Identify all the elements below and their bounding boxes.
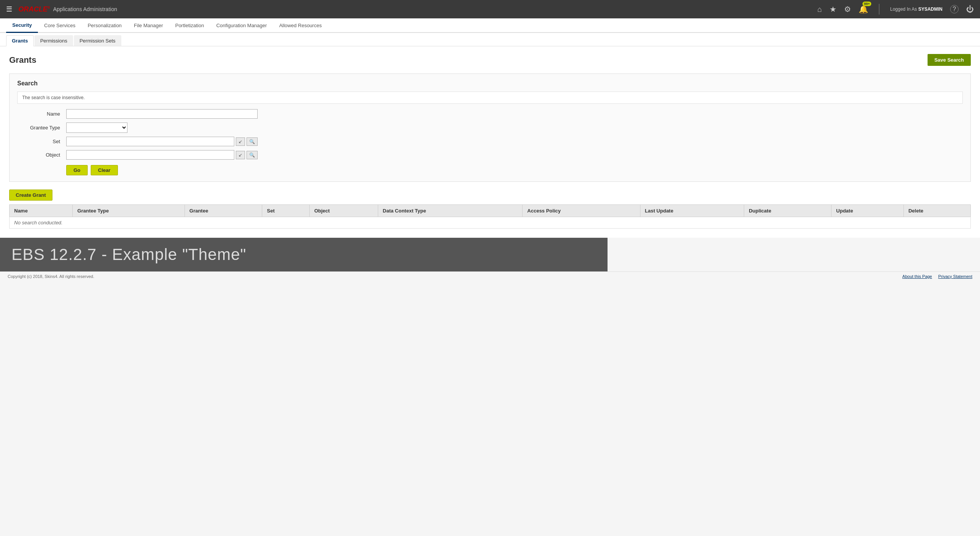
copyright-links: About this Page Privacy Statement xyxy=(902,274,972,279)
tab-allowed-resources[interactable]: Allowed Resources xyxy=(273,19,328,33)
col-access-policy: Access Policy xyxy=(523,205,640,217)
app-title: Applications Administration xyxy=(53,6,117,12)
clear-button[interactable]: Clear xyxy=(91,165,118,175)
col-duplicate: Duplicate xyxy=(744,205,831,217)
settings-icon[interactable]: ⚙ xyxy=(844,5,851,14)
oracle-logo: ORACLE® xyxy=(18,5,50,13)
search-form: Name Grantee Type Global Group User Set … xyxy=(17,109,278,175)
tab-personalization[interactable]: Personalization xyxy=(82,19,128,33)
search-section: Search The search is case insensitive. N… xyxy=(9,74,971,182)
col-last-update: Last Update xyxy=(640,205,744,217)
sub-nav: Grants Permissions Permission Sets xyxy=(0,33,980,46)
col-data-context-type: Data Context Type xyxy=(378,205,523,217)
power-icon[interactable]: ⏻ xyxy=(966,5,974,14)
object-field-container: ↙ 🔍 xyxy=(66,150,258,160)
main-content: Grants Save Search Search The search is … xyxy=(0,46,980,238)
set-input[interactable] xyxy=(66,137,234,146)
page-title: Grants xyxy=(9,55,36,65)
col-set: Set xyxy=(262,205,310,217)
tab-file-manager[interactable]: File Manager xyxy=(128,19,169,33)
search-note: The search is case insensitive. xyxy=(17,92,963,104)
header-divider xyxy=(879,4,879,15)
create-grant-button[interactable]: Create Grant xyxy=(9,190,52,201)
tab-security[interactable]: Security xyxy=(6,18,38,33)
notifications-icon[interactable]: 🔔 99+ xyxy=(859,5,868,14)
object-input[interactable] xyxy=(66,150,234,160)
go-button[interactable]: Go xyxy=(66,165,88,175)
table-header-row: Name Grantee Type Grantee Set Object Dat… xyxy=(10,205,971,217)
set-clear-btn[interactable]: ↙ xyxy=(236,137,245,146)
primary-nav: Security Core Services Personalization F… xyxy=(0,18,980,33)
header-icons: ⌂ ★ ⚙ 🔔 99+ Logged In As SYSADMIN ? ⏻ xyxy=(817,4,974,15)
privacy-statement-link[interactable]: Privacy Statement xyxy=(938,274,972,279)
name-label: Name xyxy=(17,111,63,117)
col-name: Name xyxy=(10,205,73,217)
object-clear-btn[interactable]: ↙ xyxy=(236,151,245,159)
tab-portletization[interactable]: Portletization xyxy=(169,19,210,33)
about-page-link[interactable]: About this Page xyxy=(902,274,932,279)
set-label: Set xyxy=(17,139,63,144)
notification-badge: 99+ xyxy=(862,2,871,6)
col-object: Object xyxy=(309,205,378,217)
col-delete: Delete xyxy=(903,205,970,217)
col-grantee: Grantee xyxy=(185,205,262,217)
object-label: Object xyxy=(17,152,63,158)
table-row: No search conducted. xyxy=(10,217,971,229)
favorites-icon[interactable]: ★ xyxy=(830,5,836,14)
search-section-title: Search xyxy=(17,80,963,87)
watermark-text: EBS 12.2.7 - Example "Theme" xyxy=(11,245,246,263)
results-table: Name Grantee Type Grantee Set Object Dat… xyxy=(9,204,971,229)
table-header: Name Grantee Type Grantee Set Object Dat… xyxy=(10,205,971,217)
oracle-logo-text: ORACLE® xyxy=(18,5,50,13)
username-label: SYSADMIN xyxy=(918,7,942,12)
home-icon[interactable]: ⌂ xyxy=(817,5,822,14)
no-results-message: No search conducted. xyxy=(10,217,971,229)
copyright-footer: Copyright (c) 2018, Skins4. All rights r… xyxy=(0,271,980,281)
page-header-row: Grants Save Search xyxy=(9,54,971,66)
copyright-text: Copyright (c) 2018, Skins4. All rights r… xyxy=(8,274,94,279)
name-input[interactable] xyxy=(66,109,258,119)
results-section: Create Grant Name Grantee Type Grantee S… xyxy=(9,190,971,229)
table-body: No search conducted. xyxy=(10,217,971,229)
app-header: ☰ ORACLE® Applications Administration ⌂ … xyxy=(0,0,980,18)
tab-configuration-manager[interactable]: Configuration Manager xyxy=(210,19,273,33)
object-search-btn[interactable]: 🔍 xyxy=(247,151,258,159)
subtab-permission-sets[interactable]: Permission Sets xyxy=(74,35,121,46)
col-grantee-type: Grantee Type xyxy=(73,205,185,217)
save-search-button[interactable]: Save Search xyxy=(928,54,971,66)
logged-in-label: Logged In As SYSADMIN xyxy=(890,7,942,12)
tab-core-services[interactable]: Core Services xyxy=(38,19,82,33)
set-search-btn[interactable]: 🔍 xyxy=(247,137,258,146)
search-buttons-row: Go Clear xyxy=(66,165,278,175)
set-field-container: ↙ 🔍 xyxy=(66,137,258,146)
menu-icon[interactable]: ☰ xyxy=(6,5,12,13)
subtab-grants[interactable]: Grants xyxy=(6,35,34,46)
subtab-permissions[interactable]: Permissions xyxy=(34,35,73,46)
col-update: Update xyxy=(831,205,904,217)
help-icon[interactable]: ? xyxy=(950,5,959,13)
grantee-type-label: Grantee Type xyxy=(17,125,63,131)
grantee-type-select[interactable]: Global Group User xyxy=(66,123,127,133)
footer-watermark: EBS 12.2.7 - Example "Theme" xyxy=(0,238,608,271)
